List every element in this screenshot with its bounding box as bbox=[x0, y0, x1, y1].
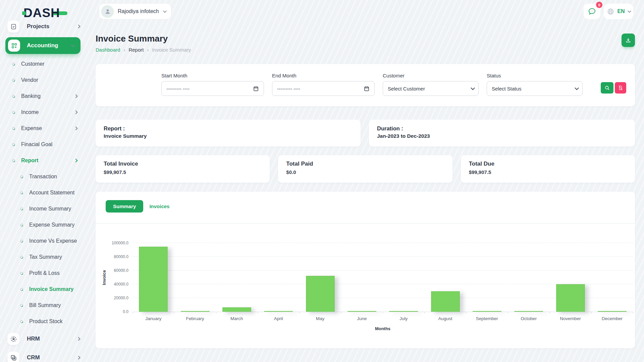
sidebar-item-label: Income bbox=[21, 109, 68, 115]
chevron-right-icon bbox=[76, 337, 80, 341]
x-tick-mark bbox=[216, 312, 216, 313]
user-icon bbox=[104, 8, 111, 15]
y-tick-label: 100000.0 bbox=[112, 241, 128, 245]
sidebar-item-crm[interactable]: CRM bbox=[0, 348, 87, 362]
sidebar-item-label: Finacial Goal bbox=[21, 141, 77, 147]
x-tick-label: May bbox=[316, 316, 325, 321]
bullet-icon bbox=[19, 271, 24, 276]
chart-plot: Invoice 0.020000.040000.060000.080000.01… bbox=[132, 243, 633, 312]
calendar-icon bbox=[253, 85, 259, 92]
sidebar-item-transaction[interactable]: Transaction bbox=[0, 169, 87, 185]
download-button[interactable] bbox=[622, 34, 635, 47]
bullet-icon bbox=[11, 78, 16, 82]
sidebar-item-projects[interactable]: Projects bbox=[0, 18, 87, 35]
gridline bbox=[132, 270, 633, 270]
sidebar-item-expense[interactable]: Expense bbox=[0, 120, 87, 136]
bullet-icon bbox=[11, 94, 16, 99]
bullet-icon bbox=[19, 303, 24, 308]
breadcrumb-item-1[interactable]: Dashboard bbox=[96, 47, 120, 53]
breadcrumb-item-3: Invoice Summary bbox=[152, 47, 191, 53]
sidebar-item-profit-loss[interactable]: Profit & Loss bbox=[0, 265, 87, 281]
search-icon bbox=[604, 85, 610, 91]
start-month-field: Start Month --------- ---- bbox=[161, 73, 264, 96]
apply-filter-button[interactable] bbox=[601, 82, 613, 94]
sidebar-item-label: Income Summary bbox=[29, 206, 77, 212]
bar-february bbox=[181, 311, 209, 312]
status-select[interactable]: Select Status bbox=[487, 81, 583, 96]
x-tick-mark bbox=[258, 312, 258, 313]
messages-button[interactable]: 0 bbox=[584, 4, 600, 19]
grid-plus-icon bbox=[8, 40, 20, 52]
x-tick-label: March bbox=[230, 316, 243, 321]
sidebar-item-label: Invoice Summary bbox=[29, 286, 77, 292]
sidebar-item-accounting[interactable]: Accounting bbox=[5, 37, 80, 54]
bar-june bbox=[347, 311, 376, 312]
company-selector[interactable]: Rajodiya infotech bbox=[99, 3, 171, 19]
sidebar-item-income-summary[interactable]: Income Summary bbox=[0, 201, 87, 217]
chevron-down-icon bbox=[163, 9, 167, 13]
sidebar-item-label: Account Statement bbox=[29, 190, 77, 196]
tasks-icon bbox=[7, 20, 19, 33]
sidebar-item-report[interactable]: Report bbox=[0, 153, 87, 169]
sidebar-item-label: Customer bbox=[21, 61, 77, 67]
start-month-input[interactable]: --------- ---- bbox=[161, 81, 264, 96]
bullet-icon bbox=[11, 142, 16, 147]
sidebar-item-income-vs-expense[interactable]: Income Vs Expense bbox=[0, 233, 87, 249]
sidebar-item-expense-summary[interactable]: Expense Summary bbox=[0, 217, 87, 233]
x-tick-label: September bbox=[476, 316, 498, 321]
sidebar-item-tax-summary[interactable]: Tax Summary bbox=[0, 249, 87, 265]
sidebar-item-label: Expense bbox=[21, 125, 68, 131]
x-axis-labels: JanuaryFebruaryMarchAprilMayJuneJulyAugu… bbox=[132, 316, 633, 322]
tab-summary[interactable]: Summary bbox=[106, 200, 143, 213]
logo-dot-icon bbox=[22, 11, 26, 15]
y-tick-label: 80000.0 bbox=[114, 254, 128, 259]
overlap-squares-icon bbox=[7, 352, 19, 362]
bullet-icon bbox=[19, 255, 24, 259]
y-axis-title: Invoice bbox=[102, 270, 107, 285]
sidebar-item-banking[interactable]: Banking bbox=[0, 88, 87, 104]
total-card-total-paid: Total Paid$0.0 bbox=[278, 155, 452, 183]
status-field: Status Select Status bbox=[487, 73, 583, 96]
reset-filter-button[interactable] bbox=[615, 82, 626, 94]
chevron-right-icon bbox=[74, 110, 77, 114]
tab-invoices[interactable]: Invoices bbox=[149, 203, 169, 209]
total-label: Total Paid bbox=[286, 161, 444, 167]
sidebar-item-label: HRM bbox=[27, 336, 70, 342]
chevron-right-icon bbox=[74, 94, 77, 98]
sidebar-item-bill-summary[interactable]: Bill Summary bbox=[0, 297, 87, 313]
y-tick-label: 20000.0 bbox=[114, 296, 128, 300]
start-month-placeholder: --------- ---- bbox=[166, 86, 190, 92]
total-value: $0.0 bbox=[286, 169, 444, 175]
sidebar-item-customer[interactable]: Customer bbox=[0, 56, 87, 72]
breadcrumb: Dashboard›Report›Invoice Summary bbox=[96, 47, 191, 53]
bullet-icon bbox=[19, 319, 24, 324]
start-month-label: Start Month bbox=[161, 73, 264, 78]
download-icon bbox=[625, 37, 632, 44]
sidebar-item-income[interactable]: Income bbox=[0, 104, 87, 120]
sidebar-item-invoice-summary[interactable]: Invoice Summary bbox=[0, 281, 87, 297]
customer-select[interactable]: Select Customer bbox=[383, 81, 479, 96]
x-tick-mark bbox=[424, 312, 425, 313]
topbar-actions: 0 EN bbox=[584, 4, 633, 19]
sidebar-item-hrm[interactable]: HRM bbox=[0, 329, 87, 348]
brand-logo: DASH bbox=[22, 7, 67, 19]
sidebar-item-product-stock[interactable]: Product Stock bbox=[0, 313, 87, 329]
sidebar-item-label: CRM bbox=[27, 354, 70, 361]
end-month-input[interactable]: --------- ---- bbox=[272, 81, 375, 96]
chevron-down-icon bbox=[71, 43, 75, 47]
sidebar-item-account-statement[interactable]: Account Statement bbox=[0, 185, 87, 201]
user-focus-icon bbox=[7, 333, 19, 345]
sidebar-item-label: Report bbox=[21, 158, 68, 164]
sidebar: ProjectsAccountingCustomerVendorBankingI… bbox=[0, 18, 87, 362]
gridline bbox=[132, 243, 633, 243]
breadcrumb-item-2[interactable]: Report bbox=[128, 47, 144, 53]
sidebar-item-vendor[interactable]: Vendor bbox=[0, 72, 87, 88]
customer-field: Customer Select Customer bbox=[383, 73, 479, 96]
file-slash-icon bbox=[618, 85, 623, 90]
bar-september bbox=[473, 311, 501, 312]
duration-card-value: Jan-2023 to Dec-2023 bbox=[377, 133, 627, 139]
language-selector[interactable]: EN bbox=[604, 4, 633, 19]
sidebar-item-finacial-goal[interactable]: Finacial Goal bbox=[0, 136, 87, 153]
sidebar-item-label: Tax Summary bbox=[29, 254, 77, 260]
x-tick-label: April bbox=[274, 316, 283, 321]
